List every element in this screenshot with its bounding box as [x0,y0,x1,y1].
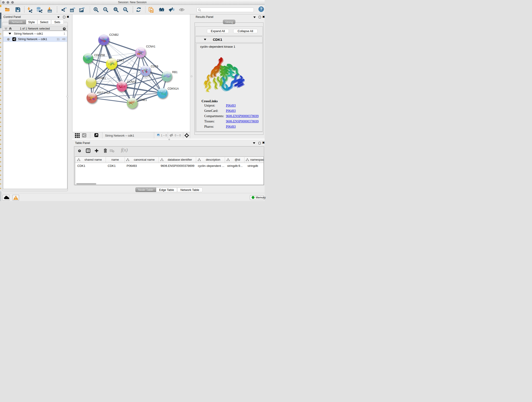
svg-text:CDC6: CDC6 [151,65,158,68]
svg-text:CCNA1: CCNA1 [146,45,155,48]
svg-text:CDK1: CDK1 [117,59,124,62]
svg-text:CCNB1: CCNB1 [96,77,106,80]
svg-text:CCNB2: CCNB2 [109,33,119,36]
svg-text:CDKN1A: CDKN1A [167,87,179,90]
svg-text:CCNE1: CCNE1 [138,98,147,101]
svg-text:RB1: RB1 [172,70,177,74]
svg-text:HIST1H1A: HIST1H1A [97,91,110,95]
svg-text:CCNA2: CCNA2 [127,80,136,83]
svg-text:CDC25B: CDC25B [94,54,105,57]
